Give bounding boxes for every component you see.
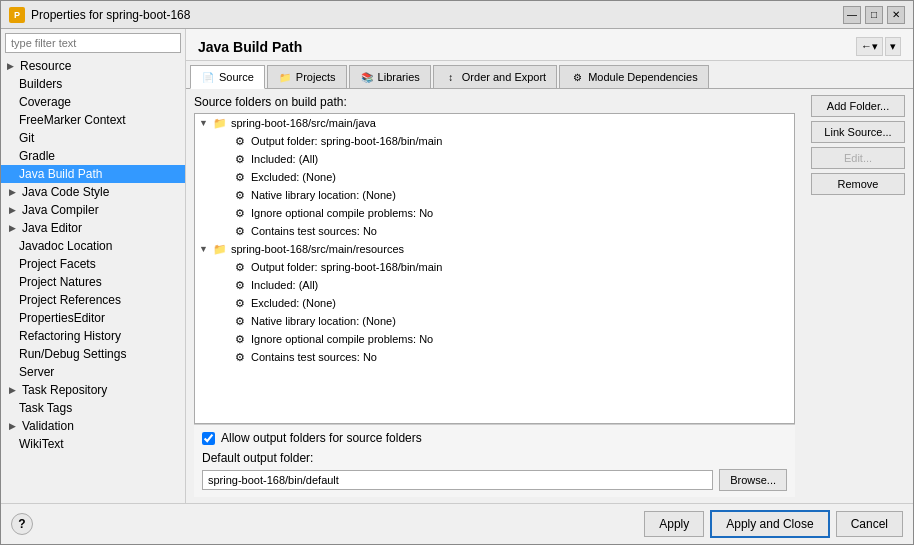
tree-icon-src-main-java: 📁 [212, 115, 228, 131]
sidebar-item-properties-editor[interactable]: PropertiesEditor [1, 309, 185, 327]
tab-icon-source: 📄 [201, 70, 215, 84]
tab-libraries[interactable]: 📚Libraries [349, 65, 431, 88]
tree-label-native-lib: Native library location: (None) [251, 189, 396, 201]
tree-item-output-main[interactable]: ⚙Output folder: spring-boot-168/bin/main [195, 132, 794, 150]
panel-title: Java Build Path [198, 39, 302, 55]
link-source-button[interactable]: Link Source... [811, 121, 905, 143]
sidebar-item-project-natures[interactable]: Project Natures [1, 273, 185, 291]
sidebar-item-java-editor[interactable]: ▶Java Editor [1, 219, 185, 237]
sidebar-arrow-java-code-style: ▶ [9, 187, 16, 197]
help-button[interactable]: ? [11, 513, 33, 535]
sidebar-item-task-tags[interactable]: Task Tags [1, 399, 185, 417]
tree-icon-excluded-none-2: ⚙ [232, 295, 248, 311]
minimize-button[interactable]: — [843, 6, 861, 24]
source-folders-label: Source folders on build path: [194, 95, 795, 109]
sidebar-label-project-references: Project References [19, 293, 121, 307]
panel-header: Java Build Path ←▾ ▾ [186, 29, 913, 61]
tree-icon-included-all: ⚙ [232, 151, 248, 167]
output-path-input[interactable] [202, 470, 713, 490]
tree-arrow-src-main-java: ▼ [199, 118, 209, 128]
tree-icon-native-lib-2: ⚙ [232, 313, 248, 329]
nav-forward-button[interactable]: ▾ [885, 37, 901, 56]
tree-item-test-sources-2[interactable]: ⚙Contains test sources: No [195, 348, 794, 366]
tree-label-src-main-resources: spring-boot-168/src/main/resources [231, 243, 404, 255]
sidebar-item-java-code-style[interactable]: ▶Java Code Style [1, 183, 185, 201]
tree-item-ignore-compile[interactable]: ⚙Ignore optional compile problems: No [195, 204, 794, 222]
tree-item-included-all-2[interactable]: ⚙Included: (All) [195, 276, 794, 294]
output-row: Browse... [202, 469, 787, 491]
tree-item-excluded-none[interactable]: ⚙Excluded: (None) [195, 168, 794, 186]
sidebar-label-project-facets: Project Facets [19, 257, 96, 271]
sidebar-arrow-validation: ▶ [9, 421, 16, 431]
sidebar-item-builders[interactable]: Builders [1, 75, 185, 93]
sidebar-label-properties-editor: PropertiesEditor [19, 311, 105, 325]
sidebar-label-javadoc: Javadoc Location [19, 239, 112, 253]
tab-source[interactable]: 📄Source [190, 65, 265, 89]
tree-item-output-main-2[interactable]: ⚙Output folder: spring-boot-168/bin/main [195, 258, 794, 276]
sidebar-item-project-facets[interactable]: Project Facets [1, 255, 185, 273]
sidebar-label-server: Server [19, 365, 54, 379]
tab-icon-module-dependencies: ⚙ [570, 70, 584, 84]
tree-icon-test-sources: ⚙ [232, 223, 248, 239]
tree-item-ignore-compile-2[interactable]: ⚙Ignore optional compile problems: No [195, 330, 794, 348]
main-content: Java Build Path ←▾ ▾ 📄Source📁Projects📚Li… [186, 29, 913, 503]
tree-label-excluded-none-2: Excluded: (None) [251, 297, 336, 309]
tab-label-order-export: Order and Export [462, 71, 546, 83]
browse-button[interactable]: Browse... [719, 469, 787, 491]
sidebar-item-project-references[interactable]: Project References [1, 291, 185, 309]
sidebar-item-task-repository[interactable]: ▶Task Repository [1, 381, 185, 399]
sidebar-item-gradle[interactable]: Gradle [1, 147, 185, 165]
edit-button[interactable]: Edit... [811, 147, 905, 169]
maximize-button[interactable]: □ [865, 6, 883, 24]
tree-item-native-lib[interactable]: ⚙Native library location: (None) [195, 186, 794, 204]
footer-right: Apply Apply and Close Cancel [644, 510, 903, 538]
sidebar-label-wikitext: WikiText [19, 437, 64, 451]
dialog-icon: P [9, 7, 25, 23]
tree-item-native-lib-2[interactable]: ⚙Native library location: (None) [195, 312, 794, 330]
tree-label-included-all: Included: (All) [251, 153, 318, 165]
sidebar-label-run-debug: Run/Debug Settings [19, 347, 126, 361]
sidebar-item-java-build-path[interactable]: Java Build Path [1, 165, 185, 183]
tab-icon-projects: 📁 [278, 70, 292, 84]
sidebar-item-javadoc[interactable]: Javadoc Location [1, 237, 185, 255]
cancel-button[interactable]: Cancel [836, 511, 903, 537]
footer-left: ? [11, 513, 33, 535]
tree-item-test-sources[interactable]: ⚙Contains test sources: No [195, 222, 794, 240]
filter-input[interactable] [5, 33, 181, 53]
sidebar-item-resource[interactable]: ▶Resource [1, 57, 185, 75]
tree-item-excluded-none-2[interactable]: ⚙Excluded: (None) [195, 294, 794, 312]
panel-nav: ←▾ ▾ [856, 37, 901, 56]
sidebar-item-coverage[interactable]: Coverage [1, 93, 185, 111]
tree-label-ignore-compile: Ignore optional compile problems: No [251, 207, 433, 219]
title-bar: P Properties for spring-boot-168 — □ ✕ [1, 1, 913, 29]
sidebar-item-git[interactable]: Git [1, 129, 185, 147]
tab-icon-libraries: 📚 [360, 70, 374, 84]
sidebar-item-refactoring[interactable]: Refactoring History [1, 327, 185, 345]
tab-label-source: Source [219, 71, 254, 83]
nav-back-button[interactable]: ←▾ [856, 37, 883, 56]
content-left: Source folders on build path: ▼📁spring-b… [186, 89, 803, 503]
sidebar-label-java-compiler: Java Compiler [22, 203, 99, 217]
tab-module-dependencies[interactable]: ⚙Module Dependencies [559, 65, 708, 88]
remove-button[interactable]: Remove [811, 173, 905, 195]
sidebar-item-server[interactable]: Server [1, 363, 185, 381]
tab-order-export[interactable]: ↕Order and Export [433, 65, 557, 88]
sidebar-item-run-debug[interactable]: Run/Debug Settings [1, 345, 185, 363]
sidebar-arrow-java-editor: ▶ [9, 223, 16, 233]
tree-item-src-main-java[interactable]: ▼📁spring-boot-168/src/main/java [195, 114, 794, 132]
apply-close-button[interactable]: Apply and Close [710, 510, 829, 538]
source-tree[interactable]: ▼📁spring-boot-168/src/main/java⚙Output f… [194, 113, 795, 424]
tab-label-module-dependencies: Module Dependencies [588, 71, 697, 83]
sidebar-item-freemarker[interactable]: FreeMarker Context [1, 111, 185, 129]
tree-item-included-all[interactable]: ⚙Included: (All) [195, 150, 794, 168]
sidebar-item-java-compiler[interactable]: ▶Java Compiler [1, 201, 185, 219]
sidebar-item-wikitext[interactable]: WikiText [1, 435, 185, 453]
close-button[interactable]: ✕ [887, 6, 905, 24]
allow-output-checkbox[interactable] [202, 432, 215, 445]
add-folder-button[interactable]: Add Folder... [811, 95, 905, 117]
tree-icon-ignore-compile: ⚙ [232, 205, 248, 221]
tree-item-src-main-resources[interactable]: ▼📁spring-boot-168/src/main/resources [195, 240, 794, 258]
tab-projects[interactable]: 📁Projects [267, 65, 347, 88]
apply-button[interactable]: Apply [644, 511, 704, 537]
sidebar-item-validation[interactable]: ▶Validation [1, 417, 185, 435]
